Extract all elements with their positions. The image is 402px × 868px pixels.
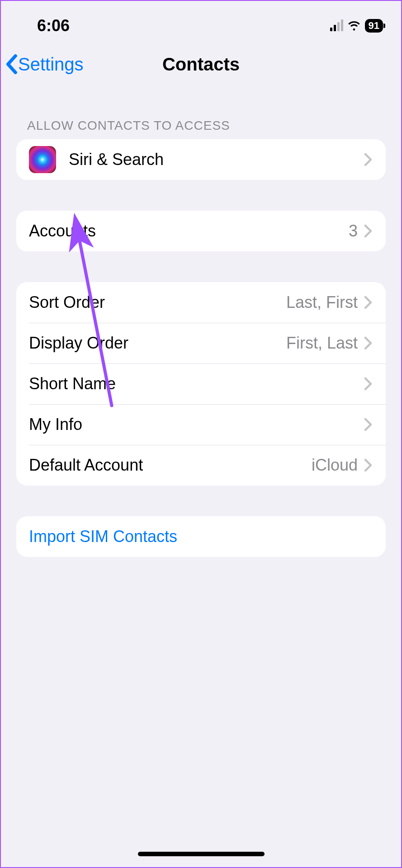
row-value: 3 <box>349 222 358 241</box>
chevron-right-icon <box>364 153 372 166</box>
back-label: Settings <box>18 54 84 75</box>
chevron-left-icon <box>5 54 17 74</box>
row-label: My Info <box>29 415 364 434</box>
row-value: Last, First <box>286 293 358 312</box>
row-label: Short Name <box>29 374 364 393</box>
row-label: Import SIM Contacts <box>29 527 372 546</box>
row-label: Siri & Search <box>69 150 364 169</box>
group-settings: Sort Order Last, First Display Order Fir… <box>16 282 386 486</box>
row-label: Sort Order <box>29 293 286 312</box>
section-header-allow: ALLOW CONTACTS TO ACCESS <box>1 87 401 139</box>
row-accounts[interactable]: Accounts 3 <box>16 211 386 251</box>
status-bar: 6:06 91 <box>1 1 401 42</box>
row-import-sim[interactable]: Import SIM Contacts <box>16 516 386 557</box>
row-label: Accounts <box>29 222 349 241</box>
siri-icon <box>29 146 56 173</box>
contacts-settings-screen: 6:06 91 Settings Contacts ALLOW CONTACTS… <box>0 0 402 868</box>
home-indicator[interactable] <box>138 852 265 856</box>
row-value: First, Last <box>286 334 358 353</box>
row-label: Default Account <box>29 456 312 475</box>
chevron-right-icon <box>364 458 372 472</box>
wifi-icon <box>348 21 360 31</box>
row-siri-search[interactable]: Siri & Search <box>16 139 386 180</box>
chevron-right-icon <box>364 418 372 431</box>
cellular-signal-icon <box>330 20 343 31</box>
row-my-info[interactable]: My Info <box>16 404 386 445</box>
row-value: iCloud <box>312 456 358 475</box>
row-sort-order[interactable]: Sort Order Last, First <box>16 282 386 323</box>
chevron-right-icon <box>364 336 372 350</box>
group-import: Import SIM Contacts <box>16 516 386 557</box>
status-time: 6:06 <box>37 16 70 35</box>
nav-header: Settings Contacts <box>1 42 401 87</box>
group-accounts: Accounts 3 <box>16 211 386 251</box>
battery-indicator: 91 <box>365 19 383 33</box>
chevron-right-icon <box>364 296 372 309</box>
group-allow-access: Siri & Search <box>16 139 386 180</box>
row-short-name[interactable]: Short Name <box>16 363 386 404</box>
back-button[interactable]: Settings <box>5 54 84 75</box>
battery-level: 91 <box>369 20 379 32</box>
chevron-right-icon <box>364 377 372 391</box>
row-label: Display Order <box>29 334 286 353</box>
chevron-right-icon <box>364 224 372 238</box>
status-right: 91 <box>330 19 383 33</box>
row-display-order[interactable]: Display Order First, Last <box>16 323 386 363</box>
row-default-account[interactable]: Default Account iCloud <box>16 445 386 486</box>
